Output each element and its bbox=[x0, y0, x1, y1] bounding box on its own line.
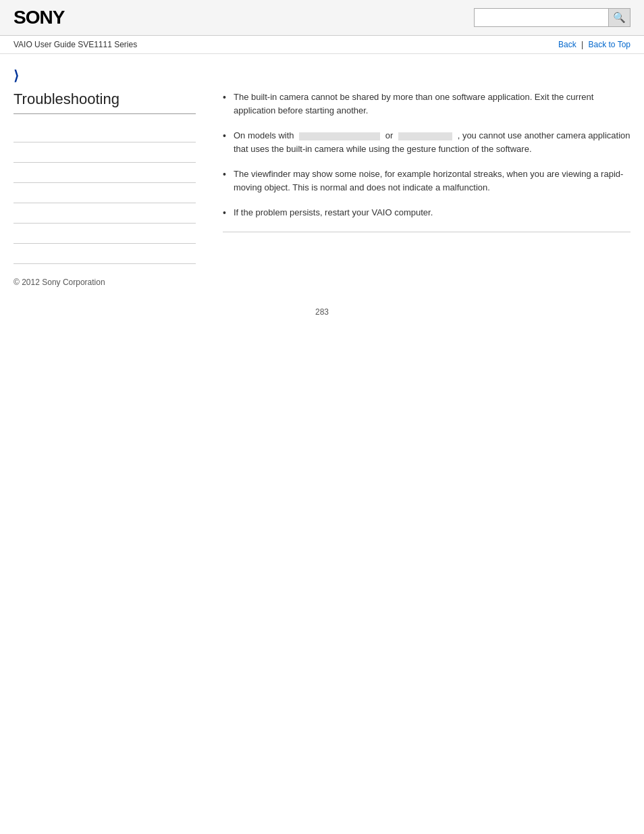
content-area: The built-in camera cannot be shared by … bbox=[209, 90, 630, 264]
content-divider bbox=[223, 232, 630, 232]
copyright-text: © 2012 Sony Corporation bbox=[14, 278, 105, 287]
back-link[interactable]: Back bbox=[558, 40, 576, 49]
sidebar-item[interactable] bbox=[14, 203, 196, 224]
highlight-placeholder-2 bbox=[398, 132, 452, 140]
nav-bar: VAIO User Guide SVE1111 Series Back | Ba… bbox=[0, 36, 644, 54]
sidebar-item[interactable] bbox=[14, 224, 196, 244]
search-icon: 🔍 bbox=[613, 11, 626, 24]
bullet-text-2-middle: or bbox=[385, 130, 394, 140]
back-to-top-link[interactable]: Back to Top bbox=[589, 40, 630, 49]
sidebar-title: Troubleshooting bbox=[14, 90, 196, 114]
bullet-text-3: The viewfinder may show some noise, for … bbox=[234, 169, 623, 192]
list-item: The built-in camera cannot be shared by … bbox=[223, 90, 630, 117]
search-input[interactable] bbox=[474, 8, 609, 27]
sidebar-item[interactable] bbox=[14, 122, 196, 142]
list-item: If the problem persists, restart your VA… bbox=[223, 206, 630, 219]
page-number: 283 bbox=[0, 287, 644, 323]
sidebar-item[interactable] bbox=[14, 142, 196, 163]
sidebar: Troubleshooting bbox=[14, 90, 209, 264]
highlight-placeholder-1 bbox=[299, 132, 380, 140]
sidebar-item[interactable] bbox=[14, 244, 196, 264]
bullet-list: The built-in camera cannot be shared by … bbox=[223, 90, 630, 219]
footer: © 2012 Sony Corporation bbox=[0, 264, 644, 287]
bullet-text-2-before: On models with bbox=[234, 130, 294, 140]
bullet-text-1: The built-in camera cannot be shared by … bbox=[234, 92, 593, 115]
list-item: On models with or , you cannot use anoth… bbox=[223, 129, 630, 155]
sony-logo: SONY bbox=[14, 7, 64, 28]
content-row: Troubleshooting The built-in camera cann… bbox=[14, 90, 630, 264]
list-item: The viewfinder may show some noise, for … bbox=[223, 167, 630, 194]
breadcrumb: VAIO User Guide SVE1111 Series bbox=[14, 40, 137, 49]
chevron-row: ⟩ bbox=[14, 54, 630, 90]
page-header: SONY 🔍 bbox=[0, 0, 644, 36]
nav-separator: | bbox=[581, 40, 583, 49]
page-body: ⟩ Troubleshooting The built-in camera ca… bbox=[0, 54, 644, 264]
sidebar-item[interactable] bbox=[14, 183, 196, 203]
search-container: 🔍 bbox=[474, 8, 630, 27]
sidebar-item[interactable] bbox=[14, 163, 196, 183]
search-button[interactable]: 🔍 bbox=[609, 8, 630, 27]
nav-links: Back | Back to Top bbox=[558, 40, 630, 49]
chevron-icon: ⟩ bbox=[14, 68, 19, 83]
bullet-text-4: If the problem persists, restart your VA… bbox=[234, 207, 433, 217]
